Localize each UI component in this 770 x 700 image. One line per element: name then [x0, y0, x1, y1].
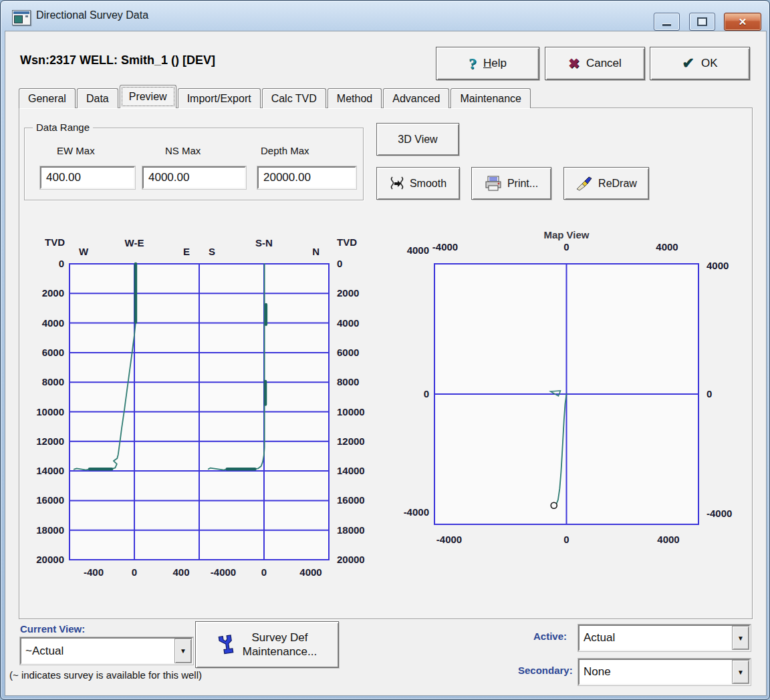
- svg-text:4000: 4000: [657, 534, 679, 545]
- close-button[interactable]: ✕: [724, 13, 761, 31]
- tab-maintenance[interactable]: Maintenance: [451, 88, 531, 108]
- svg-text:18000: 18000: [36, 524, 64, 536]
- svg-text:4000: 4000: [337, 317, 359, 329]
- secondary-label: Secondary:: [518, 665, 573, 676]
- help-label: Help: [483, 57, 507, 70]
- cancel-button[interactable]: ✖ Cancel: [545, 47, 645, 80]
- svg-text:S: S: [209, 246, 215, 257]
- titlebar[interactable]: Directional Survey Data ✕: [1, 1, 769, 31]
- smooth-button[interactable]: Smooth: [376, 167, 460, 200]
- svg-text:0: 0: [563, 534, 569, 545]
- minimize-icon: [662, 23, 671, 26]
- tab-strip: GeneralDataPreviewImport/ExportCalc TVDM…: [19, 87, 532, 108]
- svg-text:-4000: -4000: [432, 241, 458, 252]
- svg-text:Map View: Map View: [543, 229, 589, 240]
- svg-text:0: 0: [59, 258, 64, 269]
- close-icon: ✕: [739, 16, 747, 28]
- ns-max-label: NS Max: [165, 145, 201, 156]
- svg-text:-4000: -4000: [436, 534, 462, 545]
- active-combobox[interactable]: Actual ▼: [578, 625, 751, 651]
- active-value: Actual: [580, 631, 732, 645]
- maximize-button[interactable]: [689, 13, 715, 31]
- tab-data[interactable]: Data: [77, 88, 118, 108]
- svg-text:2000: 2000: [337, 287, 359, 299]
- tab-import-export[interactable]: Import/Export: [178, 88, 261, 108]
- tab-general[interactable]: General: [19, 88, 76, 108]
- svg-text:TVD: TVD: [45, 236, 65, 248]
- svg-text:4000: 4000: [299, 566, 322, 578]
- secondary-combobox[interactable]: None ▼: [578, 659, 751, 685]
- svg-text:-4000: -4000: [707, 508, 732, 519]
- well-header-label: Wsn:2317 WELL: Smith_1 () [DEV]: [20, 53, 215, 67]
- svg-text:14000: 14000: [337, 465, 365, 476]
- ok-label: OK: [701, 57, 718, 70]
- current-view-value: ~Actual: [21, 645, 174, 658]
- svg-text:8000: 8000: [42, 376, 64, 387]
- svg-text:4000: 4000: [42, 317, 64, 329]
- svg-text:20000: 20000: [36, 554, 64, 565]
- secondary-value: None: [580, 665, 732, 679]
- ok-button[interactable]: ✔ OK: [650, 47, 750, 80]
- svg-text:0: 0: [132, 566, 137, 578]
- tvd-profile-chart: 0020002000400040006000600080008000100001…: [20, 228, 374, 592]
- svg-text:-4000: -4000: [404, 506, 429, 518]
- svg-text:0: 0: [337, 258, 342, 269]
- print-button[interactable]: Print...: [471, 167, 551, 200]
- window-title: Directional Survey Data: [36, 9, 148, 21]
- help-button[interactable]: ? Help: [436, 47, 539, 80]
- svg-text:10000: 10000: [337, 406, 365, 417]
- 3d-view-button[interactable]: 3D View: [376, 123, 459, 156]
- ns-max-input[interactable]: 4000.00: [142, 166, 246, 189]
- tilde-note: (~ indicates survey is available for thi…: [9, 669, 202, 681]
- depth-max-label: Depth Max: [261, 145, 309, 156]
- ew-max-input[interactable]: 400.00: [40, 166, 135, 189]
- svg-text:4000: 4000: [707, 260, 729, 271]
- secondary-dropdown-arrow-icon[interactable]: ▼: [732, 660, 749, 684]
- cancel-label: Cancel: [586, 57, 622, 70]
- svg-text:0: 0: [424, 388, 429, 399]
- svg-text:400: 400: [172, 566, 189, 578]
- data-range-group: Data Range: [24, 128, 364, 200]
- svg-text:16000: 16000: [337, 494, 365, 506]
- svg-text:14000: 14000: [36, 465, 64, 476]
- tab-calc-tvd[interactable]: Calc TVD: [262, 88, 326, 108]
- tab-preview[interactable]: Preview: [120, 85, 176, 108]
- printer-icon: [485, 176, 502, 192]
- smooth-icon: [390, 176, 404, 192]
- current-view-combobox[interactable]: ~Actual ▼: [20, 637, 193, 665]
- svg-text:E: E: [183, 246, 190, 257]
- ew-max-label: EW Max: [57, 145, 95, 156]
- svg-text:12000: 12000: [36, 435, 64, 447]
- tab-advanced[interactable]: Advanced: [383, 88, 449, 108]
- application-window: Directional Survey Data ✕ Wsn:2317 WELL:…: [0, 0, 770, 700]
- tab-method[interactable]: Method: [328, 88, 382, 108]
- svg-text:6000: 6000: [42, 347, 64, 358]
- svg-text:0: 0: [261, 566, 267, 578]
- active-dropdown-arrow-icon[interactable]: ▼: [732, 626, 749, 650]
- paintbrush-icon: [575, 176, 593, 192]
- redraw-label: ReDraw: [598, 178, 637, 190]
- app-icon: [12, 10, 31, 25]
- svg-text:12000: 12000: [337, 435, 365, 447]
- survey-def-label: Survey Def Maintenance...: [243, 631, 317, 659]
- minimize-button[interactable]: [654, 13, 680, 31]
- depth-max-input[interactable]: 20000.00: [257, 166, 356, 189]
- svg-text:0: 0: [563, 241, 569, 252]
- svg-text:-4000: -4000: [211, 566, 236, 578]
- redraw-button[interactable]: ReDraw: [563, 167, 649, 200]
- svg-text:6000: 6000: [337, 347, 359, 358]
- survey-def-maintenance-button[interactable]: Survey Def Maintenance...: [195, 621, 339, 668]
- maximize-icon: [697, 17, 707, 26]
- svg-text:2000: 2000: [42, 287, 64, 299]
- svg-text:0: 0: [707, 388, 712, 399]
- svg-text:20000: 20000: [337, 554, 365, 565]
- active-label: Active:: [533, 631, 567, 642]
- 3d-view-label: 3D View: [398, 134, 437, 146]
- svg-text:16000: 16000: [36, 494, 64, 506]
- svg-text:8000: 8000: [337, 376, 359, 387]
- current-view-dropdown-arrow-icon[interactable]: ▼: [174, 639, 192, 663]
- svg-text:S-N: S-N: [255, 237, 273, 248]
- smooth-label: Smooth: [410, 178, 446, 190]
- svg-text:18000: 18000: [337, 524, 365, 536]
- current-view-label: Current View:: [20, 623, 85, 635]
